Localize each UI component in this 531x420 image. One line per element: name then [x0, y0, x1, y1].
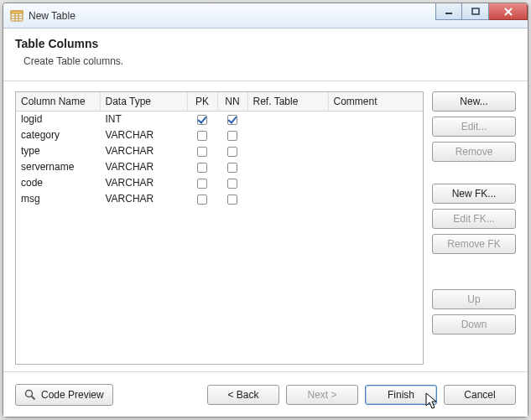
edit-column-button[interactable]: Edit...	[432, 117, 516, 137]
pk-checkbox[interactable]	[197, 194, 207, 205]
nn-checkbox[interactable]	[227, 163, 237, 173]
move-down-button[interactable]: Down	[432, 314, 516, 334]
cell-data-type: VARCHAR	[100, 191, 187, 207]
cell-comment	[328, 143, 423, 159]
code-preview-button[interactable]: Code Preview	[15, 384, 113, 406]
nn-checkbox[interactable]	[227, 131, 237, 141]
pk-checkbox[interactable]	[197, 147, 207, 157]
cell-ref-table	[247, 159, 328, 175]
titlebar: New Table	[3, 3, 528, 29]
nn-checkbox[interactable]	[227, 194, 237, 205]
cell-column-name: type	[16, 143, 100, 159]
cell-comment	[328, 159, 423, 175]
cell-ref-table	[247, 127, 328, 143]
cell-column-name: logid	[16, 111, 100, 127]
cell-data-type: VARCHAR	[100, 159, 187, 175]
table-row[interactable]: codeVARCHAR	[16, 175, 423, 191]
back-button[interactable]: < Back	[207, 385, 279, 405]
table-row[interactable]: servernameVARCHAR	[16, 159, 423, 175]
cell-ref-table	[247, 111, 328, 127]
wizard-body: Column Name Data Type PK NN Ref. Table C…	[3, 81, 528, 365]
cell-ref-table	[247, 175, 328, 191]
magnifier-icon	[24, 389, 36, 401]
table-row[interactable]: msgVARCHAR	[16, 191, 423, 207]
table-header-row: Column Name Data Type PK NN Ref. Table C…	[16, 92, 423, 111]
code-preview-label: Code Preview	[41, 389, 104, 401]
close-icon	[503, 8, 513, 16]
cell-column-name: category	[16, 127, 100, 143]
header-column-name[interactable]: Column Name	[16, 92, 100, 111]
cell-comment	[328, 191, 423, 207]
wizard-footer: Code Preview < Back Next > Finish Cancel	[3, 371, 528, 417]
nn-checkbox[interactable]	[227, 179, 237, 189]
minimize-icon	[445, 8, 453, 16]
header-pk[interactable]: PK	[187, 92, 217, 111]
new-table-dialog: New Table Table Columns Create Table col…	[3, 3, 528, 417]
table-row[interactable]: logidINT	[16, 111, 423, 127]
page-subtitle: Create Table columns.	[23, 55, 516, 67]
new-column-button[interactable]: New...	[432, 91, 516, 111]
header-data-type[interactable]: Data Type	[100, 92, 187, 111]
header-comment[interactable]: Comment	[328, 92, 423, 111]
cell-comment	[328, 111, 423, 127]
remove-fk-button[interactable]: Remove FK	[432, 234, 516, 254]
svg-line-11	[32, 396, 35, 399]
header-ref-table[interactable]: Ref. Table	[247, 92, 328, 111]
pk-checkbox[interactable]	[197, 131, 207, 141]
header-nn[interactable]: NN	[217, 92, 247, 111]
svg-point-10	[26, 390, 33, 397]
cell-data-type: VARCHAR	[100, 175, 187, 191]
svg-rect-7	[472, 8, 479, 14]
cell-ref-table	[247, 191, 328, 207]
cell-data-type: VARCHAR	[100, 143, 187, 159]
columns-table[interactable]: Column Name Data Type PK NN Ref. Table C…	[15, 91, 424, 365]
cell-ref-table	[247, 143, 328, 159]
pk-checkbox[interactable]	[197, 163, 207, 173]
table-row[interactable]: typeVARCHAR	[16, 143, 423, 159]
close-button[interactable]	[489, 3, 528, 20]
minimize-button[interactable]	[435, 3, 462, 20]
svg-rect-1	[11, 11, 23, 13]
table-row[interactable]: categoryVARCHAR	[16, 127, 423, 143]
cell-comment	[328, 175, 423, 191]
finish-button[interactable]: Finish	[365, 385, 437, 405]
page-title: Table Columns	[15, 37, 516, 50]
new-fk-button[interactable]: New FK...	[432, 184, 516, 204]
window-controls	[435, 3, 528, 28]
cell-column-name: servername	[16, 159, 100, 175]
cell-comment	[328, 127, 423, 143]
table-icon	[10, 9, 23, 23]
cell-column-name: msg	[16, 191, 100, 207]
maximize-button[interactable]	[462, 3, 489, 20]
cell-data-type: INT	[100, 111, 187, 127]
move-up-button[interactable]: Up	[432, 289, 516, 309]
table-empty-area[interactable]	[16, 207, 423, 365]
remove-column-button[interactable]: Remove	[432, 142, 516, 162]
side-buttons: New... Edit... Remove New FK... Edit FK.…	[432, 91, 516, 365]
window-title: New Table	[29, 10, 435, 22]
pk-checkbox[interactable]	[197, 115, 207, 125]
cell-data-type: VARCHAR	[100, 127, 187, 143]
nn-checkbox[interactable]	[227, 115, 237, 125]
wizard-header: Table Columns Create Table columns.	[3, 29, 528, 81]
nn-checkbox[interactable]	[227, 147, 237, 157]
next-button[interactable]: Next >	[286, 385, 358, 405]
maximize-icon	[471, 8, 480, 16]
edit-fk-button[interactable]: Edit FK...	[432, 209, 516, 229]
pk-checkbox[interactable]	[197, 179, 207, 189]
cell-column-name: code	[16, 175, 100, 191]
cancel-button[interactable]: Cancel	[444, 385, 516, 405]
